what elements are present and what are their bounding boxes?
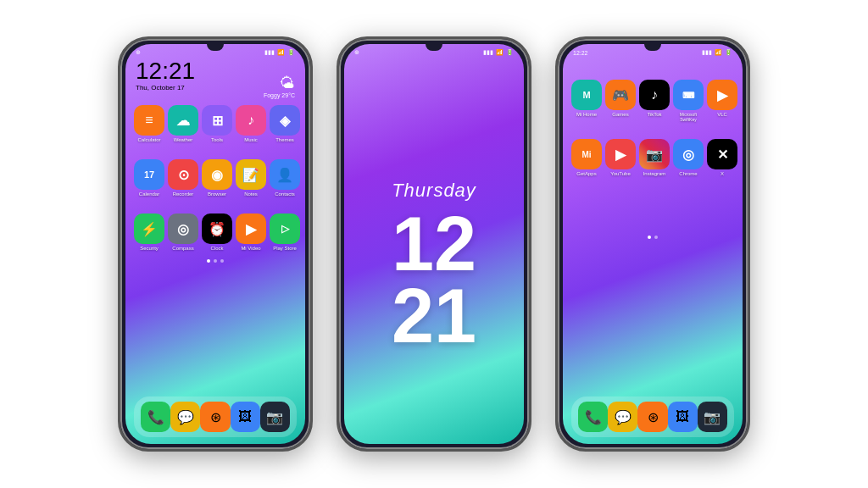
- dot-active: [207, 259, 210, 263]
- phone1-apps-row1: ≡ Calculator ☁ Weather ⊞ Tools ♪ Music: [125, 100, 305, 147]
- clock-screen-content: Thursday 12 21: [344, 58, 524, 444]
- app-security[interactable]: ⚡ Security: [134, 214, 164, 251]
- clock-day-label: Thursday: [392, 180, 476, 202]
- dot-3: [220, 259, 224, 263]
- phone1-apps-row3: ⚡ Security ◎ Compass ⏰ Clock ▶ Mi Video: [125, 208, 305, 256]
- dock3-nav[interactable]: ⊛: [637, 402, 667, 432]
- signal-icon: ▮▮▮: [264, 49, 275, 56]
- clock-big-hour: 12: [392, 208, 476, 281]
- status-right: ▮▮▮ 📶 🔋: [264, 49, 295, 56]
- phone-2-screen: ⊕ ▮▮▮ 📶 🔋 Thursday 12 21: [344, 44, 524, 444]
- app3-instagram[interactable]: 📷 Instagram: [639, 139, 670, 176]
- app-notes[interactable]: 📝 Notes: [236, 159, 266, 197]
- status-right-2: ▮▮▮ 📶 🔋: [483, 49, 514, 56]
- app-weather[interactable]: ☁ Weather: [168, 105, 198, 142]
- app-contacts[interactable]: 👤 Contacts: [270, 159, 300, 197]
- dot-2: [214, 259, 217, 263]
- wifi-icon: 📶: [277, 49, 285, 56]
- time-display-3: 12:22: [573, 50, 588, 56]
- phone1-apps-row2: 17 Calendar ⊙ Recorder ◉ Browser 📝 Notes: [125, 154, 305, 202]
- app3-games[interactable]: 🎮 Games: [605, 80, 636, 122]
- dot3-active: [648, 236, 651, 239]
- app3-getapps[interactable]: Mi GetApps: [571, 139, 602, 176]
- dot3-2: [654, 236, 658, 239]
- dock-messages[interactable]: 💬: [170, 402, 200, 432]
- app3-tiktok[interactable]: ♪ TikTok: [639, 80, 670, 122]
- app-clock[interactable]: ⏰ Clock: [202, 214, 232, 251]
- status-right-3: ▮▮▮ 📶 🔋: [702, 49, 732, 56]
- status-time-3: 12:22: [573, 50, 588, 56]
- weather-icon: 🌤: [264, 75, 295, 92]
- dock-nav[interactable]: ⊛: [200, 402, 230, 432]
- page-dots-3: [563, 232, 743, 242]
- clock-big-minute: 21: [392, 280, 476, 353]
- battery-icon: 🔋: [287, 49, 295, 56]
- app3-chrome[interactable]: ◎ Chrome: [673, 139, 704, 176]
- app-playstore[interactable]: ▷ Play Store: [270, 214, 300, 251]
- app3-swiftkey[interactable]: ⌨ Microsoft SwiftKey: [673, 80, 704, 122]
- battery-icon-2: 🔋: [506, 49, 514, 56]
- phone3-apps-row1: M Mi Home 🎮 Games ♪ TikTok ⌨ Microsoft S…: [563, 75, 743, 127]
- status-left: ⊕: [136, 49, 141, 56]
- dock-phone[interactable]: 📞: [141, 402, 170, 432]
- dock-camera[interactable]: 📷: [260, 402, 290, 432]
- status-left-2: ⊕: [354, 49, 359, 56]
- dock3-camera[interactable]: 📷: [698, 402, 727, 432]
- app3-x[interactable]: ✕ X: [707, 139, 737, 176]
- phone-2: ⊕ ▮▮▮ 📶 🔋 Thursday 12 21: [337, 36, 531, 452]
- dock-gallery[interactable]: 🖼: [231, 402, 260, 432]
- dock3-phone[interactable]: 📞: [578, 402, 608, 432]
- phone-3-screen: 12:22 ▮▮▮ 📶 🔋 M Mi Home 🎮: [563, 44, 743, 444]
- dock3-messages[interactable]: 💬: [608, 402, 637, 432]
- app-recorder[interactable]: ⊙ Recorder: [168, 159, 198, 197]
- wifi-icon-3: 📶: [715, 49, 722, 56]
- app-calendar[interactable]: 17 Calendar: [134, 159, 164, 197]
- phone-1-screen: ⊕ ▮▮▮ 📶 🔋 12:21 Thu, October 17 🌤 Foggy …: [125, 44, 305, 444]
- phones-container: ⊕ ▮▮▮ 📶 🔋 12:21 Thu, October 17 🌤 Foggy …: [118, 36, 750, 452]
- app-music[interactable]: ♪ Music: [236, 105, 266, 142]
- wifi-icon-2: 📶: [496, 49, 504, 56]
- phone1-dock: 📞 💬 ⊛ 🖼 📷: [134, 396, 297, 437]
- app-themes[interactable]: ◈ Themes: [270, 105, 300, 142]
- page-dots-1: [125, 256, 305, 266]
- bluetooth-icon-2: ⊕: [354, 49, 359, 56]
- app-compass[interactable]: ◎ Compass: [168, 214, 198, 251]
- weather-text: Foggy 29°C: [264, 92, 295, 98]
- app3-vlc[interactable]: ▶ VLC: [707, 80, 737, 122]
- app-calculator[interactable]: ≡ Calculator: [134, 105, 164, 142]
- app3-mihome[interactable]: M Mi Home: [571, 80, 602, 122]
- signal-icon-3: ▮▮▮: [702, 49, 712, 56]
- app3-youtube[interactable]: ▶ YouTube: [605, 139, 636, 176]
- phone3-apps-row2: Mi GetApps ▶ YouTube 📷 Instagram ◎ Chrom…: [563, 134, 743, 181]
- weather-widget: 🌤 Foggy 29°C: [264, 75, 295, 98]
- app-tools[interactable]: ⊞ Tools: [202, 105, 232, 142]
- phone-1: ⊕ ▮▮▮ 📶 🔋 12:21 Thu, October 17 🌤 Foggy …: [118, 36, 313, 452]
- dock3-gallery[interactable]: 🖼: [668, 402, 698, 432]
- battery-icon-3: 🔋: [725, 49, 732, 56]
- app-mivideo[interactable]: ▶ Mi Video: [236, 214, 266, 251]
- phone3-dock: 📞 💬 ⊛ 🖼 📷: [571, 396, 734, 437]
- phone-3: 12:22 ▮▮▮ 📶 🔋 M Mi Home 🎮: [555, 36, 750, 452]
- app-browser[interactable]: ◉ Browser: [202, 159, 232, 197]
- bluetooth-icon: ⊕: [136, 49, 141, 56]
- signal-icon-2: ▮▮▮: [483, 49, 493, 56]
